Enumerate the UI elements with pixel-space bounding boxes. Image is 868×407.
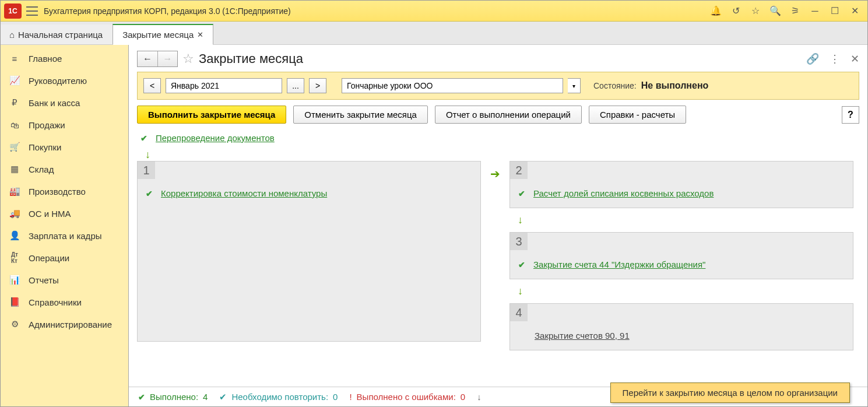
bag-icon: 🛍 — [9, 120, 20, 130]
execute-closing-button[interactable]: Выполнить закрытие месяца — [137, 106, 286, 124]
truck-icon: 🚚 — [9, 208, 20, 219]
check-icon: ✔ — [518, 260, 525, 269]
boxes-icon: ▦ — [9, 164, 20, 174]
nav-forward-button[interactable]: → — [157, 51, 177, 66]
sidebar-label: Руководителю — [29, 76, 87, 86]
sidebar-label: Продажи — [29, 120, 65, 130]
page-title: Закрытие месяца — [199, 51, 303, 66]
status-value: Не выполнено — [641, 80, 709, 91]
sidebar-item-admin[interactable]: ⚙Администрирование — [1, 313, 128, 335]
cancel-closing-button[interactable]: Отменить закрытие месяца — [293, 106, 428, 124]
link-icon[interactable]: 🔗 — [806, 52, 819, 65]
content-area: ← → ☆ Закрытие месяца 🔗 ⋮ ✕ < Январь 202… — [129, 45, 867, 406]
tooltip-popup[interactable]: Перейти к закрытию месяца в целом по орг… — [610, 383, 850, 403]
search-icon[interactable]: 🔍 — [769, 5, 781, 17]
factory-icon: 🏭 — [9, 186, 20, 197]
period-field[interactable]: Январь 2021 — [166, 78, 282, 93]
stage-4-box: 4 Закрытие счетов 90, 91 — [509, 303, 853, 350]
bars-icon: 📊 — [9, 275, 20, 285]
footer-errors-label: Выполнено с ошибками: — [357, 392, 456, 402]
person-icon: 👤 — [9, 230, 20, 241]
references-button[interactable]: Справки - расчеты — [589, 106, 686, 124]
arrow-down-icon: ↓ — [509, 285, 853, 297]
sidebar-item-manager[interactable]: 📈Руководителю — [1, 69, 128, 92]
maximize-icon[interactable]: ☐ — [829, 5, 841, 17]
bell-icon[interactable]: 🔔 — [710, 5, 722, 17]
stage-2-box: 2 ✔ Расчет долей списания косвенных расх… — [509, 161, 853, 208]
footer-done-count: 4 — [203, 392, 208, 402]
sidebar-label: Главное — [29, 54, 62, 64]
history-icon[interactable]: ↺ — [730, 5, 742, 17]
sidebar-item-purchases[interactable]: 🛒Покупки — [1, 136, 128, 158]
organization-dropdown-icon[interactable]: ▾ — [568, 78, 581, 93]
sidebar-item-hr[interactable]: 👤Зарплата и кадры — [1, 224, 128, 247]
tabs-bar: ⌂ Начальная страница Закрытие месяца ✕ — [1, 22, 867, 45]
op-close-accounts-90-91[interactable]: Закрытие счетов 90, 91 — [535, 331, 630, 341]
op-close-account-44[interactable]: Закрытие счета 44 "Издержки обращения" — [533, 259, 705, 269]
sidebar-item-sales[interactable]: 🛍Продажи — [1, 114, 128, 136]
check-icon: ✔ — [146, 189, 153, 198]
tab-active-label: Закрытие месяца — [122, 30, 194, 40]
op-reposting-documents[interactable]: Перепроведение документов — [156, 133, 275, 143]
sidebar-label: Справочники — [29, 297, 82, 307]
titlebar-tools: 🔔 ↺ ☆ 🔍 ⚞ ─ ☐ ✕ — [710, 5, 864, 17]
process-col-left: 1 ✔ Корректировка стоимости номенклатуры — [137, 161, 481, 342]
star-icon[interactable]: ☆ — [750, 5, 761, 17]
page-header: ← → ☆ Закрытие месяца 🔗 ⋮ ✕ — [129, 45, 867, 72]
op-cost-adjustment[interactable]: Корректировка стоимости номенклатуры — [161, 188, 327, 198]
period-prev-button[interactable]: < — [143, 78, 161, 93]
check-icon: ✔ — [138, 392, 145, 402]
hamburger-icon[interactable] — [26, 6, 38, 16]
footer-repeat: ✔ Необходимо повторить: 0 — [219, 392, 338, 402]
check-icon: ✔ — [140, 134, 147, 143]
process-columns: 1 ✔ Корректировка стоимости номенклатуры… — [137, 161, 859, 350]
footer-done-label: Выполнено: — [150, 392, 198, 402]
footer-repeat-count: 0 — [333, 392, 338, 402]
tab-home-label: Начальная страница — [18, 30, 103, 40]
sidebar-label: Склад — [29, 164, 54, 174]
operations-report-button[interactable]: Отчет о выполнении операций — [435, 106, 582, 124]
sidebar: ≡Главное 📈Руководителю ₽Банк и касса 🛍Пр… — [1, 45, 129, 406]
sidebar-item-reports[interactable]: 📊Отчеты — [1, 269, 128, 291]
sidebar-item-operations[interactable]: ДтКтОперации — [1, 247, 128, 269]
commands-row: Выполнить закрытие месяца Отменить закры… — [129, 100, 867, 129]
filter-icon[interactable]: ⚞ — [789, 5, 801, 17]
sidebar-item-catalogs[interactable]: 📕Справочники — [1, 291, 128, 313]
arrow-down-icon: ↓ — [509, 214, 853, 226]
book-icon: 📕 — [9, 297, 20, 307]
status-footer: ✔ Выполнено: 4 ✔ Необходимо повторить: 0… — [129, 387, 867, 406]
tab-close-icon[interactable]: ✕ — [197, 30, 203, 39]
arrow-down-icon: ↓ — [477, 392, 482, 402]
organization-select[interactable]: Гончарные уроки ООО — [342, 78, 563, 93]
nav-back-button[interactable]: ← — [138, 51, 157, 66]
sidebar-item-main[interactable]: ≡Главное — [1, 47, 128, 69]
footer-done: ✔ Выполнено: 4 — [138, 392, 208, 402]
more-icon[interactable]: ⋮ — [830, 52, 840, 65]
dtct-icon: ДтКт — [9, 252, 20, 263]
sidebar-label: Производство — [29, 187, 86, 197]
op-indirect-costs[interactable]: Расчет долей списания косвенных расходов — [533, 188, 714, 198]
stage-1-number: 1 — [138, 162, 155, 179]
sidebar-item-production[interactable]: 🏭Производство — [1, 180, 128, 202]
sidebar-item-warehouse[interactable]: ▦Склад — [1, 158, 128, 180]
top-operation-row: ✔ Перепроведение документов — [137, 129, 859, 149]
sidebar-item-bank[interactable]: ₽Банк и касса — [1, 92, 128, 114]
close-page-icon[interactable]: ✕ — [851, 52, 859, 65]
process-area: ✔ Перепроведение документов ↓ 1 ✔ Коррек… — [129, 129, 867, 387]
help-button[interactable]: ? — [842, 106, 859, 124]
minimize-icon[interactable]: ─ — [809, 5, 821, 17]
sidebar-label: Администрирование — [29, 320, 112, 329]
tab-home[interactable]: ⌂ Начальная страница — [1, 24, 113, 44]
stage-3-number: 3 — [510, 233, 528, 250]
favorite-star-icon[interactable]: ☆ — [182, 51, 194, 66]
sidebar-label: Операции — [29, 253, 69, 263]
tab-month-closing[interactable]: Закрытие месяца ✕ — [113, 24, 213, 45]
stage-3-box: 3 ✔ Закрытие счета 44 "Издержки обращени… — [509, 232, 853, 279]
titlebar: 1C Бухгалтерия предприятия КОРП, редакци… — [1, 1, 867, 22]
sidebar-item-assets[interactable]: 🚚ОС и НМА — [1, 202, 128, 224]
close-icon[interactable]: ✕ — [849, 5, 860, 17]
period-picker-button[interactable]: ... — [287, 78, 304, 93]
app-title: Бухгалтерия предприятия КОРП, редакция 3… — [44, 6, 710, 16]
logo-1c: 1C — [4, 3, 22, 19]
period-next-button[interactable]: > — [309, 78, 326, 93]
